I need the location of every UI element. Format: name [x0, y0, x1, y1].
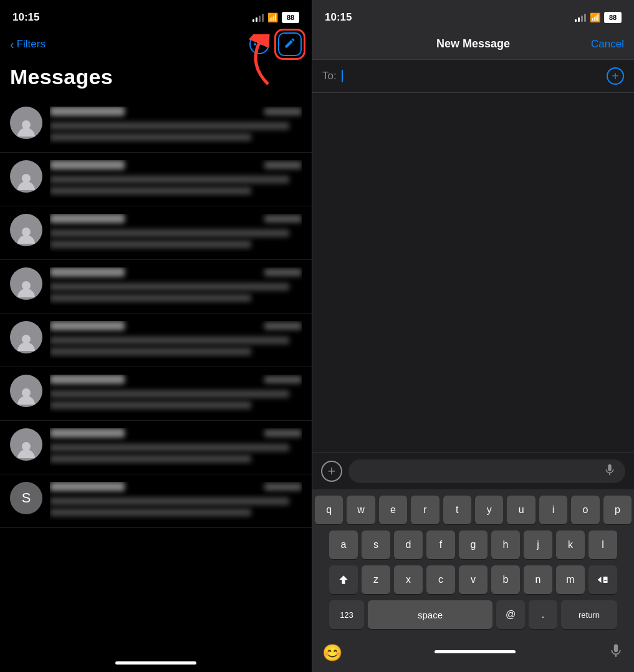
keyboard: q w e r t y u i o p a s d f g h j k l [312, 489, 634, 638]
contact-name-blurred [50, 321, 125, 330]
message-content [50, 160, 302, 198]
add-contact-button[interactable]: + [607, 67, 624, 85]
key-t[interactable]: t [443, 496, 471, 524]
contact-name-blurred [50, 160, 125, 170]
mic-icon[interactable] [603, 463, 617, 480]
numbers-key[interactable]: 123 [329, 600, 364, 629]
list-item[interactable] [0, 260, 312, 314]
key-a[interactable]: a [329, 530, 358, 559]
key-r[interactable]: r [411, 496, 439, 524]
svg-point-7 [22, 442, 31, 451]
list-item[interactable] [0, 314, 312, 367]
key-q[interactable]: q [315, 496, 343, 524]
keyboard-row-2: a s d f g h j k l [315, 530, 632, 559]
avatar: S [10, 482, 42, 514]
list-item[interactable] [0, 153, 312, 206]
avatar [10, 107, 42, 139]
key-w[interactable]: w [347, 496, 375, 524]
compose-area[interactable] [312, 93, 634, 453]
list-item[interactable]: S [0, 474, 312, 528]
key-b[interactable]: b [491, 565, 520, 594]
message-content [50, 107, 302, 145]
keyboard-bottom: 😊 [312, 638, 634, 672]
compose-button-wrapper [278, 32, 302, 56]
timestamp-blurred [264, 430, 302, 437]
timestamp-blurred [264, 161, 302, 169]
key-d[interactable]: d [394, 530, 423, 559]
key-c[interactable]: c [426, 565, 455, 594]
preview-line2 [50, 241, 251, 248]
status-bar-right: 10:15 📶 88 [312, 0, 634, 30]
key-v[interactable]: v [459, 565, 488, 594]
battery-icon-right: 88 [604, 12, 622, 23]
new-message-screen: 10:15 📶 88 New Message Cancel To: + + [312, 0, 634, 672]
messages-title: Messages [0, 62, 312, 99]
key-f[interactable]: f [426, 530, 455, 559]
contact-name-blurred [50, 428, 125, 438]
filters-label: Filters [17, 38, 46, 50]
status-bar-left: 10:15 📶 88 [0, 0, 312, 30]
message-content [50, 214, 302, 252]
list-item[interactable] [0, 421, 312, 474]
svg-point-3 [22, 228, 31, 236]
microphone-button[interactable] [608, 643, 624, 663]
more-options-button[interactable] [249, 34, 269, 54]
return-key[interactable]: return [561, 600, 617, 629]
preview-line1 [50, 176, 289, 183]
nav-icons [249, 32, 302, 56]
attachments-button[interactable]: + [321, 461, 342, 482]
messages-list: S [0, 99, 312, 656]
list-item[interactable] [0, 99, 312, 153]
avatar [10, 160, 42, 193]
key-m[interactable]: m [556, 565, 585, 594]
key-k[interactable]: k [556, 530, 585, 559]
cancel-button[interactable]: Cancel [591, 38, 624, 50]
shift-key[interactable] [329, 565, 358, 594]
avatar [10, 214, 42, 246]
key-u[interactable]: u [507, 496, 535, 524]
filters-button[interactable]: ‹ Filters [10, 37, 46, 52]
key-j[interactable]: j [524, 530, 552, 559]
keyboard-row-1: q w e r t y u i o p [315, 496, 632, 524]
keyboard-row-4: 123 space @ . return [315, 600, 632, 629]
list-item[interactable] [0, 367, 312, 421]
nav-bar-left: ‹ Filters [0, 30, 312, 62]
preview-line1 [50, 337, 289, 344]
key-s[interactable]: s [362, 530, 390, 559]
avatar [10, 428, 42, 461]
contact-name-blurred [50, 482, 125, 491]
key-p[interactable]: p [603, 496, 632, 524]
at-key[interactable]: @ [496, 600, 525, 629]
preview-line2 [50, 133, 251, 141]
space-key[interactable]: space [368, 600, 492, 629]
key-x[interactable]: x [394, 565, 423, 594]
key-n[interactable]: n [524, 565, 552, 594]
signal-icon-right [575, 13, 586, 22]
timestamp-blurred [264, 376, 302, 383]
key-l[interactable]: l [588, 530, 617, 559]
key-z[interactable]: z [362, 565, 390, 594]
input-bar: + [312, 453, 634, 489]
home-indicator [115, 661, 196, 665]
key-g[interactable]: g [459, 530, 488, 559]
delete-key[interactable] [588, 565, 617, 594]
key-y[interactable]: y [475, 496, 503, 524]
preview-line2 [50, 401, 251, 409]
new-message-title: New Message [436, 37, 510, 50]
key-h[interactable]: h [491, 530, 520, 559]
status-icons-right: 📶 88 [575, 12, 622, 23]
preview-line1 [50, 229, 289, 237]
svg-point-5 [22, 335, 31, 343]
timestamp-blurred [264, 322, 302, 330]
wifi-icon-right: 📶 [590, 12, 600, 22]
key-e[interactable]: e [379, 496, 407, 524]
contact-name-blurred [50, 375, 125, 384]
signal-icon [252, 13, 264, 22]
key-o[interactable]: o [571, 496, 599, 524]
emoji-button[interactable]: 😊 [322, 643, 342, 663]
key-i[interactable]: i [539, 496, 567, 524]
period-key[interactable]: . [529, 600, 557, 629]
message-text-input[interactable] [348, 459, 625, 483]
preview-line2 [50, 455, 251, 463]
list-item[interactable] [0, 206, 312, 260]
